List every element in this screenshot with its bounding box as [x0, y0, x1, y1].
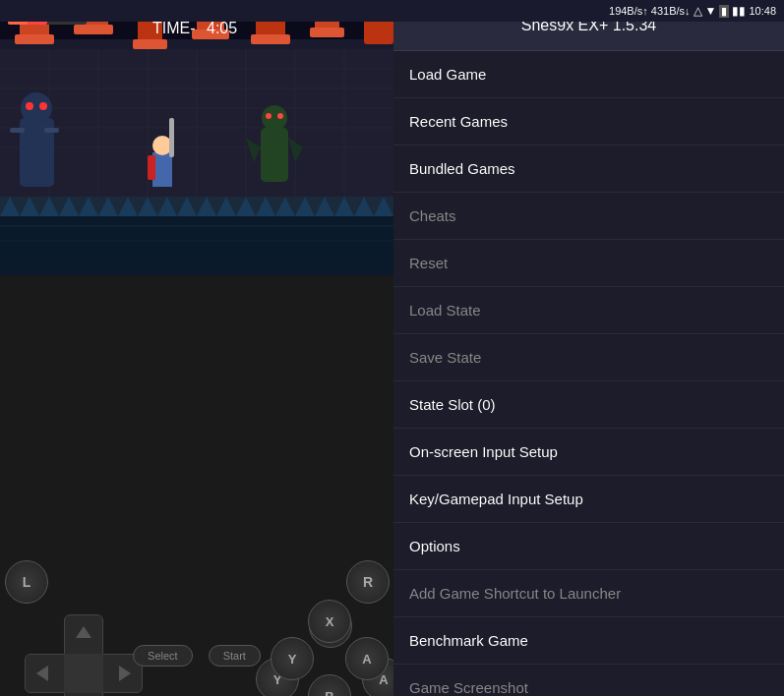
- menu-item-label-cheats: Cheats: [409, 207, 456, 224]
- svg-point-55: [26, 102, 33, 110]
- network-speed: 194B/s↑ 431B/s↓: [609, 5, 691, 17]
- menu-item-load-game[interactable]: Load Game: [393, 51, 784, 98]
- menu-item-label-reset: Reset: [409, 255, 448, 271]
- menu-item-reset[interactable]: Reset: [393, 240, 784, 287]
- svg-text:TIME-: TIME-: [152, 20, 196, 36]
- menu-item-load-state[interactable]: Load State: [393, 287, 784, 334]
- svg-rect-58: [44, 128, 59, 133]
- menu-item-state-slot[interactable]: State Slot (0): [393, 381, 784, 429]
- svg-point-54: [21, 92, 52, 124]
- svg-point-64: [262, 105, 287, 131]
- svg-rect-15: [310, 28, 344, 37]
- l-button[interactable]: L: [5, 560, 48, 604]
- svg-rect-11: [74, 25, 113, 34]
- menu-item-label-bundled-games: Bundled Games: [409, 160, 515, 177]
- svg-rect-61: [148, 155, 155, 180]
- svg-rect-12: [133, 39, 167, 49]
- sim-icon: ▮: [719, 5, 729, 18]
- menu-item-label-load-state: Load State: [409, 302, 481, 319]
- menu-item-benchmark[interactable]: Benchmark Game: [393, 617, 784, 665]
- menu-item-bundled-games[interactable]: Bundled Games: [393, 145, 784, 193]
- dpad-left-arrow: [36, 666, 48, 681]
- svg-rect-57: [10, 128, 25, 133]
- menu-item-key-gamepad[interactable]: Key/Gamepad Input Setup: [393, 476, 784, 523]
- select-button[interactable]: Select: [133, 645, 193, 667]
- menu-item-add-shortcut[interactable]: Add Game Shortcut to Launcher: [393, 570, 784, 617]
- menu-item-label-options: Options: [409, 538, 460, 554]
- select-start-container: Select Start: [133, 645, 261, 667]
- menu-item-label-state-slot: State Slot (0): [409, 396, 496, 413]
- menu-item-label-add-shortcut: Add Game Shortcut to Launcher: [409, 585, 621, 602]
- menu-item-label-onscreen-input: On-screen Input Setup: [409, 443, 558, 460]
- menu-item-label-load-game: Load Game: [409, 66, 486, 83]
- status-bar: 194B/s↑ 431B/s↓ △ ▼ ▮ ▮▮ 10:48: [0, 0, 784, 22]
- dpad-up-arrow: [76, 626, 91, 638]
- svg-rect-62: [169, 118, 174, 157]
- r-button[interactable]: R: [346, 560, 390, 604]
- clock: 10:48: [749, 5, 776, 17]
- menu-item-screenshot[interactable]: Game Screenshot: [393, 665, 784, 696]
- menu-item-label-key-gamepad: Key/Gamepad Input Setup: [409, 491, 583, 507]
- wifi-icon: △: [694, 4, 702, 18]
- x-btn[interactable]: X: [308, 600, 351, 643]
- menu-item-cheats[interactable]: Cheats: [393, 193, 784, 240]
- svg-rect-50: [0, 216, 393, 275]
- svg-point-66: [277, 113, 283, 119]
- svg-point-65: [266, 113, 271, 119]
- svg-point-56: [39, 102, 47, 110]
- menu-panel: Snes9x EX+ 1.5.34 Load GameRecent GamesB…: [393, 0, 784, 696]
- menu-item-recent-games[interactable]: Recent Games: [393, 98, 784, 145]
- menu-item-label-save-state: Save State: [409, 349, 481, 366]
- a-btn[interactable]: A: [345, 637, 389, 680]
- svg-rect-10: [15, 34, 54, 44]
- menu-list: Load GameRecent GamesBundled GamesCheats…: [393, 51, 784, 696]
- controller-area: L R X Y A B: [0, 275, 393, 696]
- dpad[interactable]: [20, 609, 148, 696]
- battery-icon: ▮▮: [732, 4, 746, 18]
- start-button[interactable]: Start: [209, 645, 261, 667]
- menu-item-label-screenshot: Game Screenshot: [409, 679, 528, 696]
- game-screen: SCORE- 3270 TIME- 4:05 2: [0, 0, 393, 275]
- status-icons: 194B/s↑ 431B/s↓ △ ▼ ▮ ▮▮ 10:48: [609, 4, 776, 18]
- svg-rect-63: [261, 128, 288, 182]
- menu-item-save-state[interactable]: Save State: [393, 334, 784, 381]
- svg-text:4:05: 4:05: [207, 20, 237, 36]
- y-btn[interactable]: Y: [271, 637, 314, 680]
- b-btn[interactable]: B: [308, 674, 351, 696]
- signal-icon: ▼: [705, 4, 717, 18]
- game-area: SCORE- 3270 TIME- 4:05 2 L R: [0, 0, 393, 696]
- dpad-cross[interactable]: [25, 614, 143, 696]
- menu-item-options[interactable]: Options: [393, 523, 784, 570]
- svg-rect-14: [251, 34, 290, 44]
- menu-item-label-benchmark: Benchmark Game: [409, 632, 528, 649]
- dpad-right-arrow: [119, 666, 131, 681]
- menu-item-onscreen-input[interactable]: On-screen Input Setup: [393, 429, 784, 476]
- menu-item-label-recent-games: Recent Games: [409, 113, 508, 130]
